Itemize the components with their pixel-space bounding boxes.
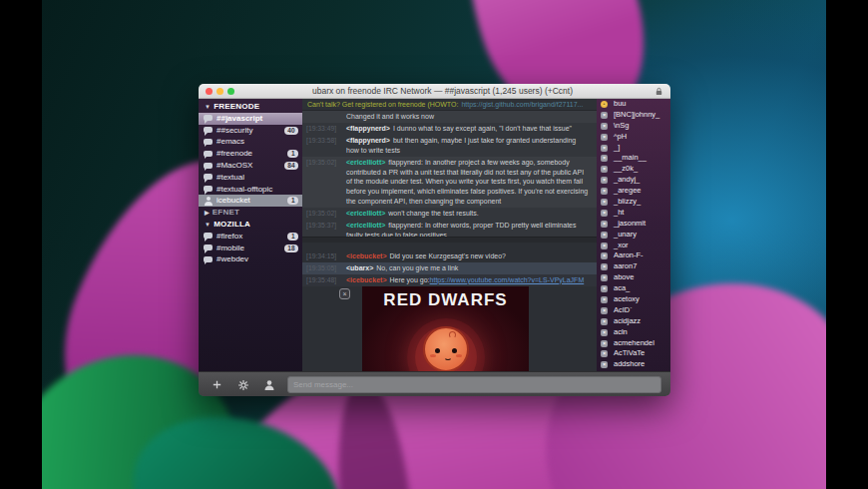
user-badge-icon: [601, 232, 608, 239]
user-list-item[interactable]: buu: [597, 99, 670, 110]
user-badge-icon: [601, 155, 608, 162]
irc-client-window: ubarx on freenode IRC Network — ##javasc…: [199, 84, 670, 396]
nick-ericelliott: <ericelliott>: [346, 222, 385, 229]
sidebar-item-macosx[interactable]: 84#MacOSX: [199, 160, 302, 172]
user-list-item[interactable]: acln: [597, 327, 670, 338]
message-text: No, can you give me a link: [376, 264, 458, 271]
user-list[interactable]: buu [BNC]johnny_ \nSg ^pH _] __main__ __…: [597, 99, 670, 371]
user-list-item[interactable]: _blizzy_: [597, 197, 670, 208]
sidebar-item-freenode[interactable]: 1#freenode: [199, 148, 302, 160]
user-list-item[interactable]: above: [597, 272, 670, 283]
userlist-toggle-button[interactable]: [261, 377, 277, 392]
server-group-efnet[interactable]: EFNET: [199, 207, 302, 219]
user-list-item[interactable]: Aaron-F-: [597, 250, 670, 261]
user-nick: ^pH: [614, 132, 627, 141]
server-group-mozilla[interactable]: MOZILLA: [199, 219, 302, 231]
add-button[interactable]: [209, 377, 224, 392]
window-titlebar[interactable]: ubarx on freenode IRC Network — ##javasc…: [199, 84, 670, 99]
timestamp: [19:33:49]: [306, 124, 336, 134]
user-badge-icon: [601, 166, 608, 173]
user-nick: __main__: [614, 153, 647, 162]
user-nick: _xor: [614, 241, 629, 249]
user-nick: _blizzy_: [614, 197, 641, 206]
unread-badge: 1: [287, 197, 298, 205]
channel-label: ##security: [217, 126, 252, 135]
nick-icebucket: <icebucket>: [346, 276, 386, 283]
user-badge-icon: [601, 199, 608, 206]
user-badge-icon: [601, 243, 608, 249]
user-badge-icon: [601, 296, 608, 303]
sidebar-item-firefox[interactable]: 1#firefox: [199, 231, 302, 243]
close-preview-icon[interactable]: [339, 288, 350, 299]
settings-button[interactable]: [235, 377, 251, 392]
query-label: icebucket: [217, 196, 250, 205]
user-list-item[interactable]: _aregee: [597, 186, 670, 197]
sidebar-item-emacs[interactable]: #emacs: [199, 136, 302, 148]
channel-message-log[interactable]: Changed it and it works now [19:33:49]<f…: [302, 111, 597, 237]
user-list-item[interactable]: ^pH: [597, 132, 670, 143]
timestamp: [19:34:15]: [306, 251, 336, 261]
user-list-item[interactable]: acetoxy: [597, 294, 670, 305]
channel-label: #webdev: [217, 254, 248, 263]
user-nick: __z0k_: [614, 164, 638, 173]
server-group-freenode[interactable]: FREENODE: [199, 101, 302, 113]
user-badge-icon: [601, 307, 608, 314]
person-icon: [204, 197, 213, 206]
user-list-item[interactable]: _jasonmit: [597, 219, 670, 230]
user-badge-icon: [601, 177, 608, 184]
chat-message: [19:35:48]<icebucket>Here you go:https:/…: [302, 274, 597, 286]
sun-smile: [444, 356, 452, 360]
timestamp: [19:35:05]: [306, 263, 336, 273]
operator-badge-icon: [601, 101, 608, 108]
user-list-item[interactable]: addshore: [597, 359, 670, 370]
composer-bar: [199, 371, 670, 396]
user-nick: acln: [614, 327, 628, 336]
user-nick: aca_: [614, 283, 630, 292]
zoom-window-button[interactable]: [227, 88, 234, 95]
sidebar-item-icebucket[interactable]: 1icebucket: [199, 195, 302, 207]
user-list-item[interactable]: _xor: [597, 241, 670, 251]
user-list-item[interactable]: _andyj_: [597, 175, 670, 186]
user-list-item[interactable]: _unary: [597, 230, 670, 241]
sidebar-item-javascript[interactable]: ##javascript: [199, 113, 302, 125]
user-list-item[interactable]: __main__: [597, 153, 670, 164]
timestamp: [19:35:02]: [306, 209, 336, 219]
user-list-item[interactable]: aca_: [597, 283, 670, 294]
user-list-item[interactable]: __z0k_: [597, 164, 670, 175]
user-list-item[interactable]: acidjazz: [597, 316, 670, 327]
chat-message: [19:35:02]<ericelliott>flappynerd: In an…: [302, 157, 597, 209]
user-list-item[interactable]: [BNC]johnny_: [597, 110, 670, 121]
window-title: ubarx on freenode IRC Network — ##javasc…: [238, 84, 647, 99]
sidebar-item-security[interactable]: 40##security: [199, 125, 302, 137]
channel-icon: [204, 233, 213, 239]
sidebar-item-mobile[interactable]: 18#mobile: [199, 243, 302, 254]
user-badge-icon: [601, 112, 608, 119]
chat-area: Can't talk? Get registered on freenode (…: [302, 99, 597, 371]
topic-link[interactable]: https://gist.github.com/brigand/f27117..…: [461, 101, 583, 108]
channel-label: #MacOSX: [217, 161, 252, 170]
message-input[interactable]: [287, 376, 661, 393]
user-list-item[interactable]: aaron7: [597, 261, 670, 272]
private-message-log[interactable]: [19:34:15]<icebucket>Did you see Kurzges…: [302, 243, 597, 371]
youtube-link[interactable]: https://www.youtube.com/watch?v=LS-VPyLa…: [430, 276, 585, 283]
user-list-item[interactable]: acmehendel: [597, 338, 670, 349]
close-window-button[interactable]: [206, 88, 213, 95]
message-text: won't change the test results.: [388, 210, 478, 217]
sidebar-item-textual-offtopic[interactable]: #textual-offtopic: [199, 184, 302, 196]
server-group-label: MOZILLA: [214, 220, 250, 229]
sidebar-item-textual[interactable]: #textual: [199, 172, 302, 184]
user-badge-icon: [601, 274, 608, 281]
user-list-item[interactable]: AcTiVaTe: [597, 348, 670, 359]
video-thumbnail-preview[interactable]: RED DWARFS: [362, 286, 529, 371]
sun-character: [423, 326, 469, 371]
user-list-item[interactable]: \nSg: [597, 121, 670, 132]
user-list-item[interactable]: _ht: [597, 208, 670, 219]
channel-topic-bar: Can't talk? Get registered on freenode (…: [302, 99, 597, 111]
minimize-window-button[interactable]: [217, 88, 223, 95]
user-list-item[interactable]: AcID`: [597, 305, 670, 316]
user-list-item[interactable]: _]: [597, 143, 670, 154]
user-nick: _aregee: [614, 186, 642, 195]
sidebar-item-webdev[interactable]: #webdev: [199, 253, 302, 265]
message-text: Here you go:: [389, 276, 429, 283]
user-nick: addshore: [614, 359, 645, 368]
